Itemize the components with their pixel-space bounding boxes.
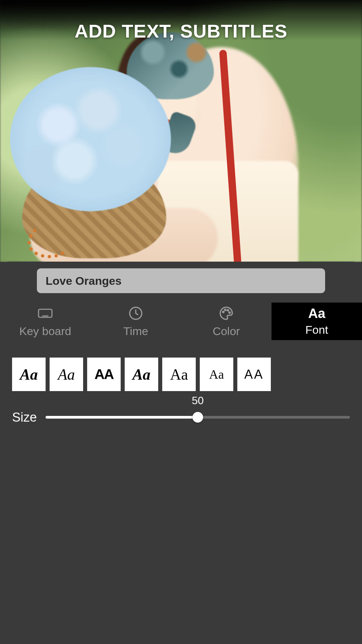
size-slider[interactable]: 50 [46,408,350,427]
clock-icon [128,305,144,321]
slider-track-fill [46,416,198,419]
svg-point-14 [225,309,226,311]
font-swatch-row: Aa Aa AA Aa Aa Aa AA [0,340,362,391]
font-sample: AA [244,367,264,382]
svg-point-16 [229,312,230,313]
svg-point-13 [223,311,224,313]
font-sample: Aa [170,366,188,383]
tab-label: Color [213,325,240,338]
palette-icon [218,305,234,321]
tab-label: Key board [19,325,71,338]
tab-label: Font [305,323,328,336]
font-sample: Aa [209,367,224,382]
size-label: Size [12,410,37,425]
svg-point-15 [227,310,229,311]
font-sample: Aa [132,366,150,383]
font-swatch[interactable]: Aa [162,358,196,391]
tab-label: Time [123,325,148,338]
size-row: Size 50 [0,391,362,427]
size-value: 50 [192,394,204,407]
tab-bar: Key board Time Color Aa Font [0,303,362,340]
font-swatch[interactable]: AA [237,358,271,391]
font-sample: Aa [58,366,75,383]
editor-panel: Key board Time Color Aa Font [0,262,362,644]
keyboard-icon [37,305,53,321]
font-swatch[interactable]: AA [87,358,121,391]
font-swatch[interactable]: Aa [50,358,83,391]
font-swatch[interactable]: Aa [12,358,46,391]
font-swatch[interactable]: Aa [200,358,233,391]
text-input-wrap [0,262,362,293]
font-swatch[interactable]: Aa [125,358,158,391]
tab-font[interactable]: Aa Font [272,303,362,340]
tab-time[interactable]: Time [90,303,181,340]
font-sample: Aa [20,366,38,383]
font-icon: Aa [308,307,325,320]
page-title: ADD TEXT, SUBTITLES [0,20,362,42]
slider-thumb[interactable] [192,412,203,423]
tab-color[interactable]: Color [181,303,272,340]
preview-area: ADD TEXT, SUBTITLES [0,0,362,262]
caption-input[interactable] [37,268,325,293]
tab-keyboard[interactable]: Key board [0,303,90,340]
app-root: ADD TEXT, SUBTITLES Key board [0,0,362,644]
font-sample: AA [95,366,114,382]
